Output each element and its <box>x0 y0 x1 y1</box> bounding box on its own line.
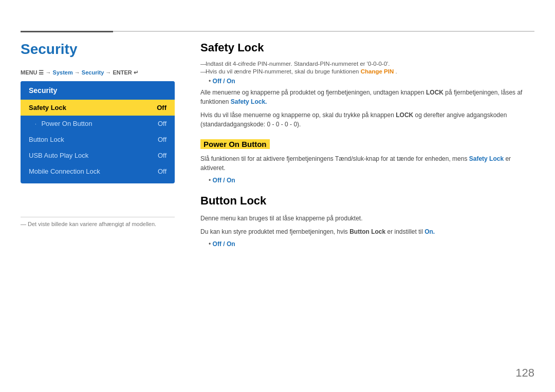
power-on-title: Power On Button <box>200 139 270 149</box>
power-on-body: Slå funktionen til for at aktivere fjern… <box>200 154 534 173</box>
sidebar-menu: Security Safety Lock Off · Power On Butt… <box>21 81 175 183</box>
power-on-title-wrapper: Power On Button <box>200 139 534 154</box>
breadcrumb-path: → System → Security → ENTER ↵ <box>46 69 138 76</box>
content-area: Safety Lock Indtast dit 4-cifrede PIN-nu… <box>200 41 534 258</box>
menu-item-value: Off <box>158 136 166 143</box>
change-pin-link[interactable]: Change PIN <box>361 68 394 74</box>
sidebar-item-mobile-connection-lock[interactable]: Mobile Connection Lock Off <box>21 163 175 179</box>
system-link: System <box>53 69 73 76</box>
sidebar-item-safety-lock[interactable]: Safety Lock Off <box>21 100 175 116</box>
button-lock-section: Button Lock Denne menu kan bruges til at… <box>200 194 534 248</box>
menu-item-label: · Power On Button <box>35 120 92 127</box>
off-on-label3: Off / On <box>213 240 235 248</box>
sidebar-note-divider <box>21 217 175 217</box>
safety-lock-body2: Hvis du vil låse menuerne og knapperne o… <box>200 110 534 129</box>
info2-suffix: . <box>395 68 397 74</box>
off-on-label2: Off / On <box>213 177 235 184</box>
menu-label: MENU <box>21 69 37 76</box>
menu-item-value: Off <box>158 167 166 175</box>
safety-lock-title: Safety Lock <box>200 41 534 54</box>
top-line-accent <box>21 31 113 32</box>
safety-lock-info2: Hvis du vil ændre PIN-nummeret, skal du … <box>200 68 534 74</box>
sidebar-item-button-lock[interactable]: Button Lock Off <box>21 132 175 147</box>
menu-item-label: Button Lock <box>29 136 64 143</box>
button-lock-bold: Button Lock <box>349 228 385 235</box>
button-lock-body2: Du kan kun styre produktet med fjernbetj… <box>200 227 534 236</box>
button-lock-bullet: Off / On <box>209 240 534 248</box>
safety-lock-section: Safety Lock Indtast dit 4-cifrede PIN-nu… <box>200 41 534 129</box>
safety-lock-bullet: Off / On <box>209 78 534 85</box>
power-on-bullet: Off / On <box>209 177 534 184</box>
safety-lock-link1: Safety Lock. <box>231 98 267 105</box>
sidebar-item-power-on-button[interactable]: · Power On Button Off <box>21 116 175 132</box>
menu-item-value: Off <box>158 152 166 159</box>
safety-lock-link2: Safety Lock <box>469 155 504 162</box>
page-title: Security <box>21 41 78 58</box>
menu-item-label: USB Auto Play Lock <box>29 152 88 159</box>
off-on-label: Off / On <box>213 78 235 85</box>
security-link: Security <box>82 69 104 76</box>
menu-item-label: Mobile Connection Lock <box>29 167 100 175</box>
sidebar-note: — Det viste billede kan variere afhængig… <box>21 221 156 227</box>
breadcrumb: MENU ☰ → System → Security → ENTER ↵ <box>21 69 138 76</box>
lock-bold2: LOCK <box>396 111 413 119</box>
button-lock-body1: Denne menu kan bruges til at låse knappe… <box>200 214 534 223</box>
sidebar-title: Security <box>21 81 175 100</box>
menu-icon: ☰ <box>39 69 45 76</box>
lock-bold1: LOCK <box>426 89 443 96</box>
button-lock-title: Button Lock <box>200 194 534 208</box>
sidebar-item-usb-auto-play-lock[interactable]: USB Auto Play Lock Off <box>21 147 175 163</box>
menu-item-value: Off <box>158 120 166 127</box>
safety-lock-body1: Alle menuerne og knapperne på produktet … <box>200 88 534 106</box>
power-on-section: Power On Button Slå funktionen til for a… <box>200 139 534 184</box>
on-link: On. <box>424 228 435 235</box>
menu-item-value: Off <box>157 104 166 111</box>
menu-item-label: Safety Lock <box>29 104 66 111</box>
page-number: 128 <box>515 366 534 380</box>
info2-prefix: Hvis du vil ændre PIN-nummeret, skal du … <box>206 68 361 74</box>
safety-lock-info1: Indtast dit 4-cifrede PIN-nummer. Standa… <box>200 61 534 67</box>
